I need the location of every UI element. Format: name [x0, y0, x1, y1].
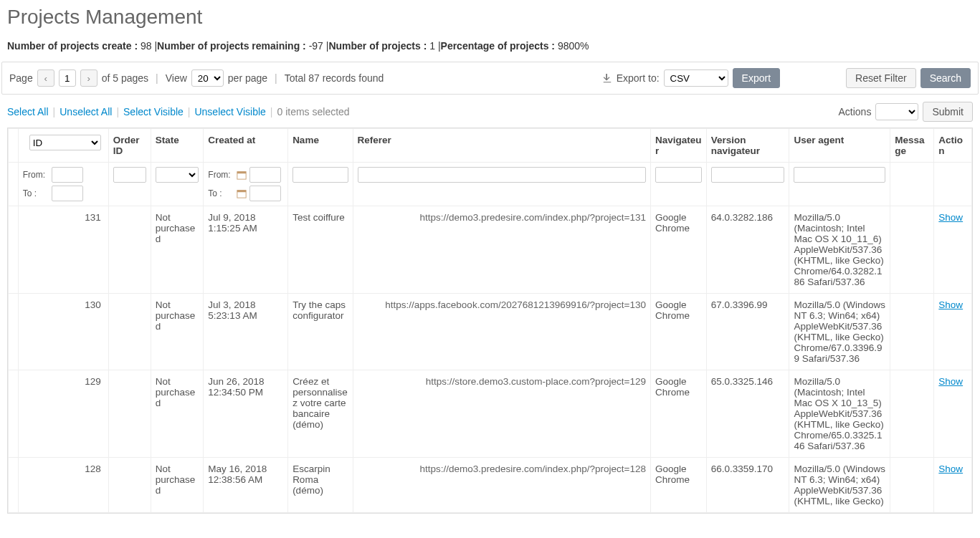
date-from-input[interactable] — [249, 167, 281, 183]
cell-created: Jul 9, 2018 1:15:25 AM — [204, 206, 288, 294]
cell-message — [890, 206, 934, 294]
show-link[interactable]: Show — [938, 376, 963, 387]
col-created-at[interactable]: Created at — [204, 129, 288, 163]
col-user-agent[interactable]: User agent — [789, 129, 890, 163]
actions-select[interactable] — [875, 103, 918, 120]
cell-order-id — [108, 294, 151, 370]
cell-version: 65.0.3325.146 — [706, 370, 789, 458]
total-records: Total 87 records found — [285, 72, 384, 84]
header-row: ID Order ID State Created at Name Refere… — [9, 129, 972, 163]
submit-button[interactable]: Submit — [923, 102, 973, 122]
col-state[interactable]: State — [151, 129, 204, 163]
table-row[interactable]: 129Not purchasedJun 26, 2018 12:34:50 PM… — [9, 370, 972, 458]
date-to-label: To : — [208, 188, 234, 198]
cell-created: Jun 26, 2018 12:34:50 PM — [204, 370, 288, 458]
stat-count-label: Number of projects : — [328, 40, 427, 52]
id-column-select[interactable]: ID — [29, 135, 101, 150]
svg-rect-1 — [237, 172, 246, 174]
cell-message — [890, 294, 934, 370]
reset-filter-button[interactable]: Reset Filter — [846, 68, 916, 88]
select-all-link[interactable]: Select All — [7, 106, 49, 117]
name-filter[interactable] — [292, 167, 348, 183]
referer-filter[interactable] — [358, 167, 646, 183]
cell-state: Not purchased — [151, 370, 204, 458]
id-from-label: From: — [23, 170, 49, 180]
col-name[interactable]: Name — [288, 129, 353, 163]
version-filter[interactable] — [711, 167, 785, 183]
user-agent-filter[interactable] — [794, 167, 885, 183]
cell-referer: https://apps.facebook.com/20276812139699… — [353, 294, 650, 370]
order-id-filter[interactable] — [113, 167, 146, 183]
next-page-button[interactable]: › — [80, 69, 97, 87]
cell-order-id — [108, 206, 151, 294]
cell-navigator: Google Chrome — [650, 458, 706, 513]
cell-version: 67.0.3396.99 — [706, 294, 789, 370]
table-row[interactable]: 128Not purchasedMay 16, 2018 12:38:56 AM… — [9, 458, 972, 513]
stat-remaining-value: -97 — [309, 40, 323, 52]
date-from-label: From: — [208, 170, 234, 180]
state-filter[interactable] — [156, 167, 199, 183]
col-message[interactable]: Message — [890, 129, 934, 163]
cell-message — [890, 370, 934, 458]
data-grid: ID Order ID State Created at Name Refere… — [7, 128, 973, 514]
table-row[interactable]: 131Not purchasedJul 9, 2018 1:15:25 AMTe… — [9, 206, 972, 294]
show-link[interactable]: Show — [938, 212, 963, 223]
navigator-filter[interactable] — [655, 167, 702, 183]
per-page-select[interactable]: 20 — [191, 69, 224, 87]
cell-name: Test coiffure — [288, 206, 353, 294]
cell-user-agent: Mozilla/5.0 (Macintosh; Intel Mac OS X 1… — [789, 370, 890, 458]
cell-state: Not purchased — [151, 294, 204, 370]
cell-user-agent: Mozilla/5.0 (Windows NT 6.3; Win64; x64)… — [789, 458, 890, 513]
unselect-visible-link[interactable]: Unselect Visible — [194, 106, 265, 117]
cell-name: Escarpin Roma (démo) — [288, 458, 353, 513]
cell-id: 131 — [18, 206, 108, 294]
cell-id: 129 — [18, 370, 108, 458]
page-label: Page — [9, 72, 33, 84]
show-link[interactable]: Show — [938, 299, 963, 310]
cell-order-id — [108, 458, 151, 513]
calendar-icon[interactable] — [237, 188, 247, 198]
cell-action: Show — [934, 294, 972, 370]
prev-page-button[interactable]: ‹ — [37, 69, 54, 87]
download-icon — [602, 73, 612, 83]
cell-message — [890, 458, 934, 513]
stats-bar: Number of projects create : 98 |Number o… — [0, 36, 980, 60]
col-navigator[interactable]: Navigateur — [650, 129, 706, 163]
cell-navigator: Google Chrome — [650, 370, 706, 458]
cell-order-id — [108, 370, 151, 458]
cell-navigator: Google Chrome — [650, 206, 706, 294]
stat-percentage-value: 9800% — [558, 40, 589, 52]
cell-state: Not purchased — [151, 206, 204, 294]
export-to-label: Export to: — [617, 72, 660, 84]
show-link[interactable]: Show — [938, 463, 963, 474]
page-title: Projects Management — [0, 0, 980, 36]
stat-remaining-label: Number of projects remaining : — [157, 40, 306, 52]
select-visible-link[interactable]: Select Visible — [123, 106, 184, 117]
id-to-input[interactable] — [52, 186, 83, 201]
export-format-select[interactable]: CSV — [664, 69, 728, 87]
actions-label: Actions — [839, 106, 872, 117]
cell-user-agent: Mozilla/5.0 (Macintosh; Intel Mac OS X 1… — [789, 206, 890, 294]
toolbar: Page ‹ › of 5 pages | View 20 per page |… — [1, 62, 979, 95]
export-button[interactable]: Export — [733, 68, 780, 88]
cell-action: Show — [934, 458, 972, 513]
filter-row: From: To : From: To : — [9, 163, 972, 206]
stat-count-value: 1 — [429, 40, 435, 52]
calendar-icon[interactable] — [237, 170, 247, 180]
table-row[interactable]: 130Not purchasedJul 3, 2018 5:23:13 AMTr… — [9, 294, 972, 370]
cell-referer: https://store.demo3.custom-place.com?pro… — [353, 370, 650, 458]
page-input[interactable] — [59, 69, 76, 87]
col-order-id[interactable]: Order ID — [108, 129, 151, 163]
cell-name: Créez et personnalisez votre carte banca… — [288, 370, 353, 458]
search-button[interactable]: Search — [920, 68, 971, 88]
stat-percentage-label: Percentage of projects : — [441, 40, 556, 52]
cell-version: 64.0.3282.186 — [706, 206, 789, 294]
id-from-input[interactable] — [52, 167, 83, 183]
unselect-all-link[interactable]: Unselect All — [60, 106, 112, 117]
col-version[interactable]: Version navigateur — [706, 129, 789, 163]
cell-referer: https://demo3.predesire.com/index.php/?p… — [353, 206, 650, 294]
cell-version: 66.0.3359.170 — [706, 458, 789, 513]
date-to-input[interactable] — [249, 186, 281, 201]
cell-id: 128 — [18, 458, 108, 513]
col-referer[interactable]: Referer — [353, 129, 650, 163]
